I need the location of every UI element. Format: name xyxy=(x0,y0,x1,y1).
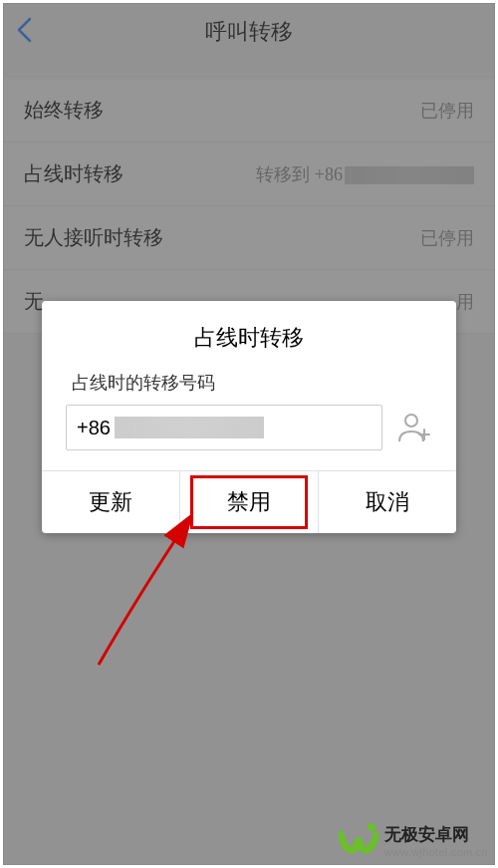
phone-prefix: +86 xyxy=(77,417,111,439)
disable-button[interactable]: 禁用 xyxy=(179,471,318,533)
svg-point-1 xyxy=(368,823,375,831)
screen: 呼叫转移 始终转移 已停用 占线时转移 转移到 +86 无人接听时转移 已停用 … xyxy=(3,3,495,865)
update-button[interactable]: 更新 xyxy=(42,471,179,533)
add-contact-icon[interactable] xyxy=(396,410,432,445)
dialog-title: 占线时转移 xyxy=(42,301,456,365)
watermark-title: 无极安卓网 xyxy=(384,823,488,846)
phone-number-input[interactable]: +86 xyxy=(66,405,382,450)
dialog-buttons: 更新 禁用 取消 xyxy=(42,470,456,533)
watermark-url: www.wjhotel.com.cn xyxy=(384,846,488,858)
dialog-subtitle: 占线时的转移号码 xyxy=(42,365,456,405)
watermark: 无极安卓网 www.wjhotel.com.cn xyxy=(339,820,488,860)
watermark-logo-icon xyxy=(339,820,378,860)
input-row: +86 xyxy=(42,405,456,470)
cancel-button[interactable]: 取消 xyxy=(318,471,456,533)
redacted-number xyxy=(115,417,264,438)
busy-forward-dialog: 占线时转移 占线时的转移号码 +86 更新 禁用 取消 xyxy=(42,301,456,533)
svg-point-0 xyxy=(405,415,417,427)
